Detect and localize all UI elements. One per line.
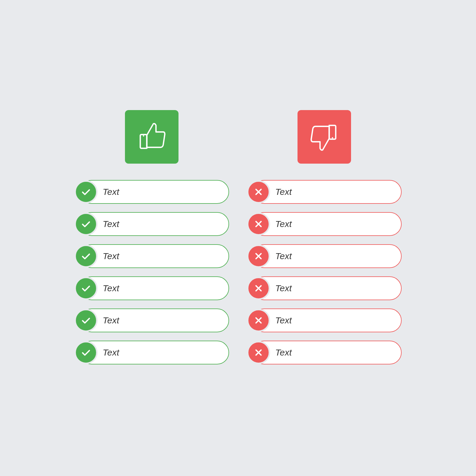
cons-text-box-4: Text bbox=[252, 276, 402, 300]
cross-icon-6 bbox=[253, 347, 264, 358]
pros-text-box-1: Text bbox=[80, 180, 229, 204]
check-badge-3 bbox=[74, 245, 98, 268]
pros-text-4: Text bbox=[103, 283, 119, 293]
cross-badge-6 bbox=[247, 341, 270, 364]
check-badge-1 bbox=[74, 180, 98, 203]
pros-text-box-6: Text bbox=[80, 341, 229, 364]
pros-text-box-5: Text bbox=[80, 309, 229, 332]
pros-text-box-4: Text bbox=[80, 276, 229, 300]
pros-text-5: Text bbox=[103, 315, 119, 325]
check-badge-5 bbox=[74, 309, 98, 332]
cross-icon-4 bbox=[253, 283, 264, 294]
pros-item-5: Text bbox=[74, 307, 229, 334]
check-badge-2 bbox=[74, 212, 98, 236]
cross-icon-1 bbox=[253, 186, 264, 198]
cons-list: Text Text bbox=[247, 178, 402, 366]
main-container: Text Text bbox=[74, 110, 402, 366]
cons-text-1: Text bbox=[275, 187, 292, 197]
pros-text-2: Text bbox=[103, 219, 119, 229]
cross-badge-1 bbox=[247, 180, 270, 203]
pros-text-box-2: Text bbox=[80, 212, 229, 236]
pros-text-3: Text bbox=[103, 251, 119, 261]
pros-item-3: Text bbox=[74, 243, 229, 270]
pros-item-2: Text bbox=[74, 211, 229, 237]
cross-badge-5 bbox=[247, 309, 270, 332]
cons-text-3: Text bbox=[275, 251, 292, 261]
check-icon-6 bbox=[80, 347, 92, 358]
cons-item-5: Text bbox=[247, 307, 402, 334]
check-icon-1 bbox=[80, 186, 92, 198]
pros-column: Text Text bbox=[74, 110, 229, 366]
pros-text-1: Text bbox=[103, 187, 119, 197]
cross-icon-2 bbox=[253, 218, 264, 230]
check-badge-4 bbox=[74, 277, 98, 300]
cons-text-4: Text bbox=[275, 283, 292, 293]
pros-text-6: Text bbox=[103, 347, 119, 358]
cons-column: Text Text bbox=[247, 110, 402, 366]
cons-text-box-6: Text bbox=[252, 341, 402, 364]
cons-item-1: Text bbox=[247, 178, 402, 205]
cons-item-4: Text bbox=[247, 275, 402, 302]
cross-badge-2 bbox=[247, 212, 270, 236]
svg-point-3 bbox=[332, 137, 333, 138]
cross-icon-3 bbox=[253, 250, 264, 262]
cons-text-box-5: Text bbox=[252, 309, 402, 332]
cross-icon-5 bbox=[253, 315, 264, 326]
cons-text-box-1: Text bbox=[252, 180, 402, 204]
thumbs-down-icon bbox=[308, 120, 341, 153]
thumbs-up-icon bbox=[135, 120, 168, 153]
pros-list: Text Text bbox=[74, 178, 229, 366]
pros-item-1: Text bbox=[74, 178, 229, 205]
svg-point-1 bbox=[143, 135, 144, 137]
cons-text-box-2: Text bbox=[252, 212, 402, 236]
cross-badge-3 bbox=[247, 245, 270, 268]
pros-item-4: Text bbox=[74, 275, 229, 302]
cons-item-6: Text bbox=[247, 339, 402, 366]
cons-item-3: Text bbox=[247, 243, 402, 270]
cons-text-6: Text bbox=[275, 347, 292, 358]
check-icon-4 bbox=[80, 283, 92, 294]
cons-text-box-3: Text bbox=[252, 244, 402, 268]
cons-text-2: Text bbox=[275, 219, 292, 229]
cons-item-2: Text bbox=[247, 211, 402, 237]
svg-rect-0 bbox=[140, 134, 147, 148]
svg-rect-2 bbox=[329, 126, 336, 139]
check-icon-3 bbox=[80, 250, 92, 262]
check-icon-2 bbox=[80, 218, 92, 230]
pros-text-box-3: Text bbox=[80, 244, 229, 268]
check-icon-5 bbox=[80, 315, 92, 326]
thumbs-up-box bbox=[125, 110, 178, 164]
thumbs-down-box bbox=[298, 110, 351, 164]
cross-badge-4 bbox=[247, 277, 270, 300]
check-badge-6 bbox=[74, 341, 98, 364]
pros-item-6: Text bbox=[74, 339, 229, 366]
cons-text-5: Text bbox=[275, 315, 292, 325]
